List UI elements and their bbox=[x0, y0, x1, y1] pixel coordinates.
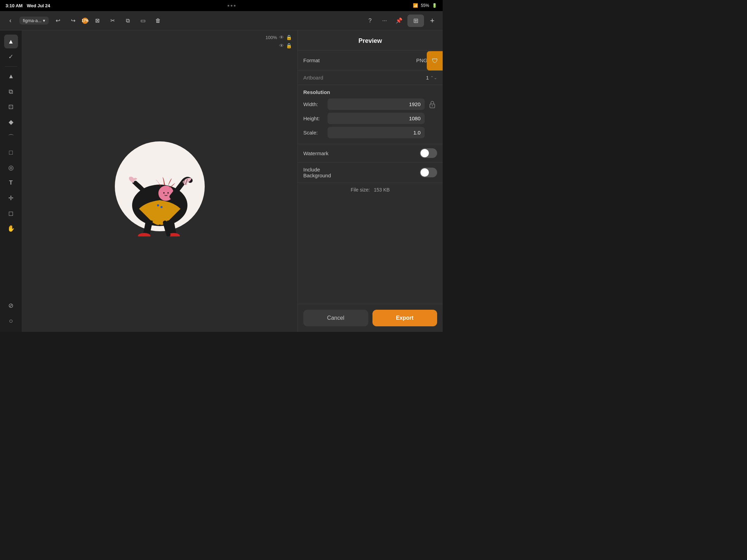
select-tool[interactable]: ▲ bbox=[4, 35, 18, 48]
toolbar-right: ? ··· 📌 ⊞ + bbox=[364, 15, 439, 27]
artboard-value: 1 bbox=[426, 75, 429, 81]
svg-point-6 bbox=[167, 192, 169, 194]
frame-icon: ▭ bbox=[140, 17, 146, 24]
svg-rect-14 bbox=[430, 118, 435, 122]
svg-point-5 bbox=[163, 192, 165, 194]
include-background-toggle-thumb bbox=[421, 168, 429, 177]
status-time: 3:10 AM bbox=[6, 3, 22, 8]
artboard-value-wrap[interactable]: 1 ⌃⌄ bbox=[426, 75, 437, 81]
illustration-svg bbox=[104, 126, 215, 236]
watermark-row: Watermark bbox=[303, 148, 437, 158]
lock-icon-wrap bbox=[427, 100, 437, 109]
zoom-badge[interactable]: 17% bbox=[82, 18, 88, 24]
format-label: Format bbox=[303, 57, 320, 63]
preview-panel: Preview 🛡 Format PNG ⌃⌄ Artboard 1 ⌃⌄ bbox=[297, 30, 443, 332]
svg-point-13 bbox=[432, 105, 433, 106]
preview-content: Format PNG ⌃⌄ Artboard 1 ⌃⌄ Resolution bbox=[298, 50, 443, 304]
curve-icon: ⌒ bbox=[8, 133, 14, 141]
width-label: Width: bbox=[303, 101, 328, 107]
trash-icon: 🗑 bbox=[155, 18, 161, 24]
circle-outline-tool[interactable]: ○ bbox=[4, 314, 18, 328]
undo-icon: ↩ bbox=[56, 17, 60, 24]
watermark-label: Watermark bbox=[303, 150, 329, 156]
add-icon: + bbox=[430, 16, 435, 25]
include-background-row: Include Background bbox=[303, 167, 437, 178]
check-icon: ✓ bbox=[8, 53, 13, 60]
battery-text: 55% bbox=[421, 3, 429, 8]
format-value: PNG bbox=[416, 57, 427, 63]
status-dots bbox=[228, 5, 236, 7]
transform-icon: ✛ bbox=[8, 194, 13, 202]
scale-row: Scale: bbox=[303, 127, 437, 138]
help-icon: ? bbox=[369, 18, 372, 24]
file-title-button[interactable]: figma-a... ▾ bbox=[19, 17, 49, 25]
cancel-button[interactable]: Cancel bbox=[303, 310, 368, 326]
layers-icon: ⊞ bbox=[413, 17, 418, 25]
scissors-icon: ✂ bbox=[110, 17, 115, 24]
node-edit-tool[interactable]: ⊡ bbox=[4, 100, 18, 114]
height-input[interactable] bbox=[328, 113, 425, 124]
eraser-icon: ◻ bbox=[8, 209, 13, 217]
pin-button[interactable]: 📌 bbox=[393, 15, 405, 27]
more-icon: ··· bbox=[382, 18, 387, 24]
copy-button[interactable]: ⧉ bbox=[121, 15, 134, 27]
lock-canvas-icon: 🔒 bbox=[286, 35, 292, 40]
copy-icon: ⧉ bbox=[126, 18, 130, 24]
eraser-tool[interactable]: ◻ bbox=[4, 206, 18, 220]
status-date: Wed Jul 24 bbox=[27, 3, 50, 8]
node-icon: ⊡ bbox=[8, 103, 13, 111]
include-background-toggle[interactable] bbox=[420, 168, 437, 177]
delete-button[interactable]: 🗑 bbox=[152, 15, 164, 27]
circle-outline-icon: ○ bbox=[9, 317, 13, 325]
transform-tool[interactable]: ✛ bbox=[4, 191, 18, 205]
scale-label: Scale: bbox=[303, 130, 328, 136]
curve-tool[interactable]: ⌒ bbox=[4, 130, 18, 144]
export-button[interactable]: Export bbox=[372, 310, 437, 326]
copy-tool[interactable]: ⧉ bbox=[4, 85, 18, 99]
cursor-icon: ▲ bbox=[8, 38, 14, 45]
redo-button[interactable]: ↪ bbox=[67, 15, 79, 27]
format-row: Format PNG ⌃⌄ bbox=[303, 55, 437, 66]
height-label: Height: bbox=[303, 115, 328, 121]
watermark-toggle[interactable] bbox=[420, 148, 437, 158]
artboard-section: Artboard 1 ⌃⌄ bbox=[298, 71, 443, 85]
preview-header: Preview bbox=[298, 30, 443, 50]
text-tool[interactable]: T bbox=[4, 176, 18, 190]
status-bar: 3:10 AM Wed Jul 24 📶 55% 🔋 bbox=[0, 0, 443, 11]
back-icon: ‹ bbox=[9, 17, 11, 24]
filesize-row: File size: 153 KB bbox=[298, 183, 443, 197]
resolution-section: Resolution Width: Height: bbox=[298, 85, 443, 144]
left-sidebar: ▲ ✓ ▼ ⧉ ⊡ ◆ ⌒ □ ◎ T ✛ ◻ ✋ ⊘ ○ bbox=[0, 30, 22, 332]
hand-icon: ✋ bbox=[7, 225, 15, 232]
checkmark-tool[interactable]: ✓ bbox=[4, 50, 18, 64]
anchor-tool[interactable]: ◆ bbox=[4, 115, 18, 129]
undo-button[interactable]: ↩ bbox=[52, 15, 64, 27]
height-row: Height: bbox=[303, 113, 437, 124]
include-background-label: Include Background bbox=[303, 167, 331, 178]
scissors-button[interactable]: ✂ bbox=[106, 15, 119, 27]
frame-button[interactable]: ▭ bbox=[137, 15, 149, 27]
preview-title: Preview bbox=[358, 37, 382, 45]
back-button[interactable]: ‹ bbox=[4, 15, 17, 27]
zoom-percent: 100% bbox=[266, 35, 277, 40]
width-input[interactable] bbox=[328, 99, 425, 110]
lasso-tool[interactable]: ◎ bbox=[4, 161, 18, 175]
illustration-container bbox=[104, 126, 215, 236]
duplicate-icon: ⧉ bbox=[9, 88, 13, 95]
scale-input[interactable] bbox=[328, 127, 425, 138]
help-button[interactable]: ? bbox=[364, 15, 376, 27]
export-side-button[interactable]: 🛡 bbox=[427, 51, 443, 71]
scale-input-wrap bbox=[328, 127, 437, 138]
more-button[interactable]: ··· bbox=[378, 15, 391, 27]
rect-tool[interactable]: □ bbox=[4, 146, 18, 159]
width-input-wrap bbox=[328, 99, 437, 110]
pen-tool[interactable]: ▼ bbox=[4, 69, 18, 83]
pen-icon: ▼ bbox=[8, 73, 14, 80]
pin-icon: 📌 bbox=[396, 17, 403, 24]
hand-tool[interactable]: ✋ bbox=[4, 222, 18, 235]
add-button[interactable]: + bbox=[426, 15, 439, 27]
crop-button[interactable]: ⊠ bbox=[91, 15, 103, 27]
svg-point-10 bbox=[160, 206, 163, 208]
slash-circle-tool[interactable]: ⊘ bbox=[4, 299, 18, 312]
layers-button[interactable]: ⊞ bbox=[407, 15, 424, 27]
